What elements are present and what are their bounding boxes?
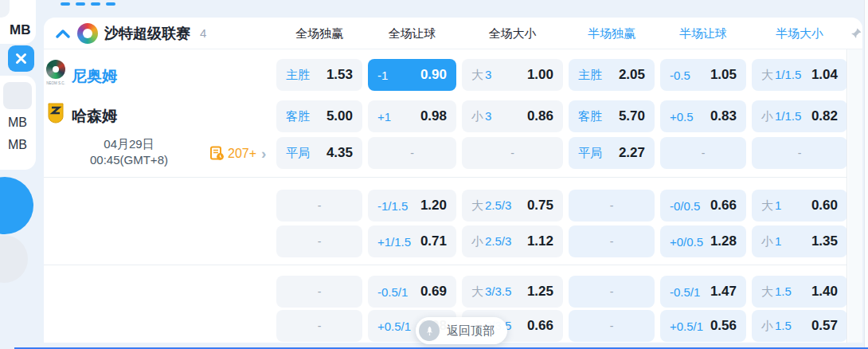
- odds-cell[interactable]: 小1.50.57: [752, 310, 847, 342]
- betting-page: MB MB MB 沙特超级联赛 4 全场独赢全场让球全场大小半场独赢半场让球半场…: [0, 0, 868, 349]
- close-button[interactable]: [8, 45, 34, 72]
- odds-cell[interactable]: 小1/1.50.82: [752, 100, 847, 132]
- odds-cell-empty: -: [569, 310, 655, 342]
- away-team-logo: [47, 102, 65, 127]
- odds-row: -+1/1.50.71小2.5/31.12-+0/0.51.28小11.35: [276, 225, 847, 257]
- odds-cell[interactable]: 大2.5/30.75: [462, 190, 563, 222]
- odds-cell[interactable]: +0/0.51.28: [660, 225, 746, 257]
- more-markets-link[interactable]: 207+ ›: [209, 146, 266, 161]
- match-time: 00:45(GMT+8): [44, 152, 218, 168]
- floating-button-secondary[interactable]: [0, 235, 28, 283]
- back-to-top-button[interactable]: 返回顶部: [416, 317, 507, 344]
- odds-cell[interactable]: -0.5/10.69: [368, 276, 456, 308]
- odds-cell[interactable]: 小2.5/31.12: [462, 225, 563, 257]
- odds-cell[interactable]: 大1/1.51.04: [752, 59, 847, 91]
- league-logo-icon: [77, 23, 98, 44]
- more-markets-count: 207+: [228, 147, 256, 161]
- match-date: 04月29日: [44, 136, 218, 152]
- odds-cell[interactable]: +10.98: [368, 100, 456, 132]
- match-rows: NEOM S.C. 尼奥姆 哈森姆 04月29日 00:45(GMT+8) 20…: [44, 49, 847, 343]
- odds-cell[interactable]: 平局4.35: [276, 137, 362, 169]
- home-team-logo-caption: NEOM S.C.: [44, 81, 69, 85]
- odds-cell[interactable]: 客胜5.00: [276, 100, 362, 132]
- floating-action-button[interactable]: [0, 177, 33, 234]
- odds-cell-empty: -: [569, 225, 655, 257]
- odds-cell-empty: -: [569, 276, 655, 308]
- odds-cell-empty: -: [569, 190, 655, 222]
- chevron-right-icon: ›: [261, 147, 266, 161]
- odds-cell[interactable]: 大3/3.51.25: [462, 276, 563, 308]
- group-separator: [44, 265, 847, 265]
- column-header[interactable]: 半场让球: [660, 18, 746, 49]
- odds-row: 客胜5.00+10.98小30.86客胜5.70+0.50.83小1/1.50.…: [276, 100, 847, 132]
- close-icon: [15, 53, 27, 65]
- left-fragment-notch: [0, 0, 10, 18]
- group-separator: [44, 177, 847, 178]
- collapse-button[interactable]: [52, 18, 74, 49]
- column-header[interactable]: 半场大小: [752, 18, 847, 49]
- odds-cell[interactable]: +0.5/10.56: [660, 310, 746, 342]
- odds-cell[interactable]: 主胜2.05: [569, 59, 655, 91]
- odds-cell[interactable]: 小30.86: [462, 100, 563, 132]
- right-edge-strip: [864, 0, 868, 349]
- odds-cell-empty: -: [276, 190, 362, 222]
- home-team-logo: [46, 60, 65, 79]
- odds-row: --1/1.51.20大2.5/30.75--0/0.50.66大10.60: [276, 190, 847, 222]
- column-headers: 全场独赢全场让球全场大小半场独赢半场让球半场大小: [276, 18, 847, 49]
- column-header[interactable]: 全场让球: [368, 18, 456, 49]
- home-team-name[interactable]: 尼奥姆: [72, 66, 117, 87]
- odds-cell[interactable]: +0.50.83: [660, 100, 746, 132]
- left-fragment-thumb: [3, 82, 32, 109]
- odds-cell[interactable]: 大10.60: [752, 190, 847, 222]
- odds-cell[interactable]: 大1.51.40: [752, 276, 847, 308]
- odds-row: 主胜1.53-10.90大31.00主胜2.05-0.51.05大1/1.51.…: [276, 59, 847, 91]
- left-fragment-card: MB: [0, 0, 36, 44]
- odds-cell[interactable]: 小11.35: [752, 225, 847, 257]
- panel-right-rail: [848, 49, 862, 343]
- column-header[interactable]: 全场独赢: [276, 18, 362, 49]
- odds-cell-empty: -: [276, 310, 362, 342]
- left-fragment-line: MB: [8, 116, 27, 130]
- odds-cell[interactable]: -1/1.51.20: [368, 190, 456, 222]
- back-to-top-label: 返回顶部: [447, 324, 495, 339]
- odds-cell-empty: -: [276, 225, 362, 257]
- odds-row: -+0.5/11.08小3/3.50.66-+0.5/10.56小1.50.57: [276, 310, 847, 342]
- away-team-name[interactable]: 哈森姆: [72, 106, 117, 127]
- odds-cell-empty: -: [276, 276, 362, 308]
- odds-sheet-icon: [209, 146, 225, 161]
- odds-cell[interactable]: 客胜5.70: [569, 100, 655, 132]
- column-header[interactable]: 全场大小: [462, 18, 563, 49]
- odds-cell[interactable]: 主胜1.53: [276, 59, 362, 91]
- match-datetime: 04月29日 00:45(GMT+8): [44, 136, 218, 168]
- odds-cell[interactable]: 平局2.27: [569, 137, 655, 169]
- league-panel: 沙特超级联赛 4 全场独赢全场让球全场大小半场独赢半场让球半场大小 NEOM S…: [44, 18, 862, 343]
- left-fragment-line: MB: [8, 138, 27, 152]
- odds-cell[interactable]: 大31.00: [462, 59, 563, 91]
- league-match-count: 4: [200, 18, 206, 49]
- odds-cell-empty: -: [462, 137, 563, 169]
- odds-row: --0.5/10.69大3/3.51.25--0.5/11.47大1.51.40: [276, 276, 847, 308]
- chevron-up-icon: [56, 29, 70, 38]
- clipped-tab-text: [61, 0, 152, 6]
- pin-button[interactable]: [846, 24, 866, 43]
- league-name: 沙特超级联赛: [104, 18, 190, 49]
- left-fragment-card-2: MB MB: [0, 76, 36, 170]
- odds-row: 平局4.35--平局2.27--: [276, 137, 847, 169]
- odds-cell-empty: -: [368, 137, 456, 169]
- odds-cell-empty: -: [752, 137, 847, 169]
- odds-cell[interactable]: -0.5/11.47: [660, 276, 746, 308]
- odds-cell-empty: -: [660, 137, 746, 169]
- odds-cell[interactable]: +1/1.50.71: [368, 225, 456, 257]
- odds-cell[interactable]: -10.90: [368, 59, 456, 91]
- column-header[interactable]: 半场独赢: [569, 18, 655, 49]
- league-header: 沙特超级联赛 4 全场独赢全场让球全场大小半场独赢半场让球半场大小: [44, 18, 862, 49]
- odds-cell[interactable]: -0/0.50.66: [660, 190, 746, 222]
- left-fragment-label: MB: [10, 22, 30, 38]
- rocket-icon: [419, 320, 440, 341]
- pushpin-icon: [850, 27, 862, 40]
- odds-cell[interactable]: -0.51.05: [660, 59, 746, 91]
